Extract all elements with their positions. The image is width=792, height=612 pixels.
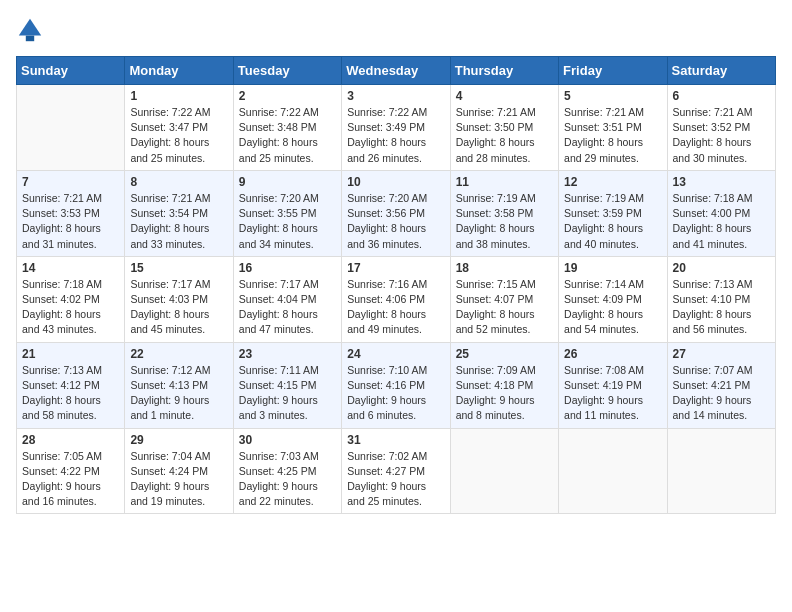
calendar-cell: 6Sunrise: 7:21 AMSunset: 3:52 PMDaylight… bbox=[667, 85, 775, 171]
calendar-cell: 16Sunrise: 7:17 AMSunset: 4:04 PMDayligh… bbox=[233, 256, 341, 342]
day-info: Sunrise: 7:11 AMSunset: 4:15 PMDaylight:… bbox=[239, 363, 336, 424]
day-info: Sunrise: 7:07 AMSunset: 4:21 PMDaylight:… bbox=[673, 363, 770, 424]
calendar-cell bbox=[667, 428, 775, 514]
calendar-table: SundayMondayTuesdayWednesdayThursdayFrid… bbox=[16, 56, 776, 514]
day-number: 17 bbox=[347, 261, 444, 275]
day-number: 13 bbox=[673, 175, 770, 189]
day-header-tuesday: Tuesday bbox=[233, 57, 341, 85]
day-number: 11 bbox=[456, 175, 553, 189]
calendar-cell bbox=[450, 428, 558, 514]
day-number: 12 bbox=[564, 175, 661, 189]
day-number: 10 bbox=[347, 175, 444, 189]
day-info: Sunrise: 7:22 AMSunset: 3:47 PMDaylight:… bbox=[130, 105, 227, 166]
calendar-cell: 4Sunrise: 7:21 AMSunset: 3:50 PMDaylight… bbox=[450, 85, 558, 171]
day-number: 31 bbox=[347, 433, 444, 447]
day-info: Sunrise: 7:21 AMSunset: 3:50 PMDaylight:… bbox=[456, 105, 553, 166]
calendar-cell: 14Sunrise: 7:18 AMSunset: 4:02 PMDayligh… bbox=[17, 256, 125, 342]
day-info: Sunrise: 7:09 AMSunset: 4:18 PMDaylight:… bbox=[456, 363, 553, 424]
day-number: 26 bbox=[564, 347, 661, 361]
calendar-cell: 11Sunrise: 7:19 AMSunset: 3:58 PMDayligh… bbox=[450, 170, 558, 256]
day-number: 29 bbox=[130, 433, 227, 447]
day-number: 27 bbox=[673, 347, 770, 361]
calendar-cell: 21Sunrise: 7:13 AMSunset: 4:12 PMDayligh… bbox=[17, 342, 125, 428]
day-info: Sunrise: 7:10 AMSunset: 4:16 PMDaylight:… bbox=[347, 363, 444, 424]
day-number: 14 bbox=[22, 261, 119, 275]
day-info: Sunrise: 7:21 AMSunset: 3:54 PMDaylight:… bbox=[130, 191, 227, 252]
day-header-friday: Friday bbox=[559, 57, 667, 85]
day-info: Sunrise: 7:04 AMSunset: 4:24 PMDaylight:… bbox=[130, 449, 227, 510]
day-number: 18 bbox=[456, 261, 553, 275]
day-info: Sunrise: 7:22 AMSunset: 3:48 PMDaylight:… bbox=[239, 105, 336, 166]
day-info: Sunrise: 7:03 AMSunset: 4:25 PMDaylight:… bbox=[239, 449, 336, 510]
calendar-cell: 26Sunrise: 7:08 AMSunset: 4:19 PMDayligh… bbox=[559, 342, 667, 428]
day-number: 8 bbox=[130, 175, 227, 189]
day-number: 22 bbox=[130, 347, 227, 361]
calendar-week-4: 21Sunrise: 7:13 AMSunset: 4:12 PMDayligh… bbox=[17, 342, 776, 428]
day-info: Sunrise: 7:16 AMSunset: 4:06 PMDaylight:… bbox=[347, 277, 444, 338]
day-number: 5 bbox=[564, 89, 661, 103]
calendar-cell: 19Sunrise: 7:14 AMSunset: 4:09 PMDayligh… bbox=[559, 256, 667, 342]
calendar-cell bbox=[17, 85, 125, 171]
day-info: Sunrise: 7:18 AMSunset: 4:00 PMDaylight:… bbox=[673, 191, 770, 252]
day-number: 7 bbox=[22, 175, 119, 189]
day-info: Sunrise: 7:22 AMSunset: 3:49 PMDaylight:… bbox=[347, 105, 444, 166]
day-info: Sunrise: 7:19 AMSunset: 3:59 PMDaylight:… bbox=[564, 191, 661, 252]
day-info: Sunrise: 7:20 AMSunset: 3:56 PMDaylight:… bbox=[347, 191, 444, 252]
day-info: Sunrise: 7:20 AMSunset: 3:55 PMDaylight:… bbox=[239, 191, 336, 252]
calendar-header-row: SundayMondayTuesdayWednesdayThursdayFrid… bbox=[17, 57, 776, 85]
logo-icon bbox=[16, 16, 44, 44]
calendar-cell: 29Sunrise: 7:04 AMSunset: 4:24 PMDayligh… bbox=[125, 428, 233, 514]
day-number: 6 bbox=[673, 89, 770, 103]
calendar-week-1: 1Sunrise: 7:22 AMSunset: 3:47 PMDaylight… bbox=[17, 85, 776, 171]
calendar-cell: 31Sunrise: 7:02 AMSunset: 4:27 PMDayligh… bbox=[342, 428, 450, 514]
day-number: 2 bbox=[239, 89, 336, 103]
day-number: 9 bbox=[239, 175, 336, 189]
day-number: 28 bbox=[22, 433, 119, 447]
day-info: Sunrise: 7:12 AMSunset: 4:13 PMDaylight:… bbox=[130, 363, 227, 424]
day-info: Sunrise: 7:17 AMSunset: 4:03 PMDaylight:… bbox=[130, 277, 227, 338]
day-info: Sunrise: 7:08 AMSunset: 4:19 PMDaylight:… bbox=[564, 363, 661, 424]
svg-rect-1 bbox=[26, 36, 34, 42]
day-info: Sunrise: 7:14 AMSunset: 4:09 PMDaylight:… bbox=[564, 277, 661, 338]
day-number: 3 bbox=[347, 89, 444, 103]
day-info: Sunrise: 7:21 AMSunset: 3:53 PMDaylight:… bbox=[22, 191, 119, 252]
calendar-cell: 24Sunrise: 7:10 AMSunset: 4:16 PMDayligh… bbox=[342, 342, 450, 428]
day-info: Sunrise: 7:05 AMSunset: 4:22 PMDaylight:… bbox=[22, 449, 119, 510]
calendar-cell: 20Sunrise: 7:13 AMSunset: 4:10 PMDayligh… bbox=[667, 256, 775, 342]
calendar-cell: 30Sunrise: 7:03 AMSunset: 4:25 PMDayligh… bbox=[233, 428, 341, 514]
day-info: Sunrise: 7:21 AMSunset: 3:51 PMDaylight:… bbox=[564, 105, 661, 166]
calendar-cell: 25Sunrise: 7:09 AMSunset: 4:18 PMDayligh… bbox=[450, 342, 558, 428]
day-number: 15 bbox=[130, 261, 227, 275]
day-header-monday: Monday bbox=[125, 57, 233, 85]
day-number: 30 bbox=[239, 433, 336, 447]
calendar-cell: 17Sunrise: 7:16 AMSunset: 4:06 PMDayligh… bbox=[342, 256, 450, 342]
day-info: Sunrise: 7:18 AMSunset: 4:02 PMDaylight:… bbox=[22, 277, 119, 338]
day-number: 23 bbox=[239, 347, 336, 361]
calendar-cell: 3Sunrise: 7:22 AMSunset: 3:49 PMDaylight… bbox=[342, 85, 450, 171]
header bbox=[16, 16, 776, 44]
day-info: Sunrise: 7:02 AMSunset: 4:27 PMDaylight:… bbox=[347, 449, 444, 510]
day-number: 4 bbox=[456, 89, 553, 103]
calendar-week-5: 28Sunrise: 7:05 AMSunset: 4:22 PMDayligh… bbox=[17, 428, 776, 514]
calendar-cell: 7Sunrise: 7:21 AMSunset: 3:53 PMDaylight… bbox=[17, 170, 125, 256]
day-header-sunday: Sunday bbox=[17, 57, 125, 85]
day-number: 25 bbox=[456, 347, 553, 361]
calendar-cell: 5Sunrise: 7:21 AMSunset: 3:51 PMDaylight… bbox=[559, 85, 667, 171]
day-number: 19 bbox=[564, 261, 661, 275]
calendar-cell: 12Sunrise: 7:19 AMSunset: 3:59 PMDayligh… bbox=[559, 170, 667, 256]
day-info: Sunrise: 7:21 AMSunset: 3:52 PMDaylight:… bbox=[673, 105, 770, 166]
day-info: Sunrise: 7:13 AMSunset: 4:10 PMDaylight:… bbox=[673, 277, 770, 338]
day-header-wednesday: Wednesday bbox=[342, 57, 450, 85]
calendar-cell: 27Sunrise: 7:07 AMSunset: 4:21 PMDayligh… bbox=[667, 342, 775, 428]
day-number: 24 bbox=[347, 347, 444, 361]
calendar-cell: 18Sunrise: 7:15 AMSunset: 4:07 PMDayligh… bbox=[450, 256, 558, 342]
day-info: Sunrise: 7:15 AMSunset: 4:07 PMDaylight:… bbox=[456, 277, 553, 338]
logo bbox=[16, 16, 48, 44]
calendar-cell: 22Sunrise: 7:12 AMSunset: 4:13 PMDayligh… bbox=[125, 342, 233, 428]
calendar-cell: 8Sunrise: 7:21 AMSunset: 3:54 PMDaylight… bbox=[125, 170, 233, 256]
calendar-cell: 23Sunrise: 7:11 AMSunset: 4:15 PMDayligh… bbox=[233, 342, 341, 428]
day-info: Sunrise: 7:19 AMSunset: 3:58 PMDaylight:… bbox=[456, 191, 553, 252]
calendar-cell: 10Sunrise: 7:20 AMSunset: 3:56 PMDayligh… bbox=[342, 170, 450, 256]
day-number: 20 bbox=[673, 261, 770, 275]
calendar-cell: 28Sunrise: 7:05 AMSunset: 4:22 PMDayligh… bbox=[17, 428, 125, 514]
